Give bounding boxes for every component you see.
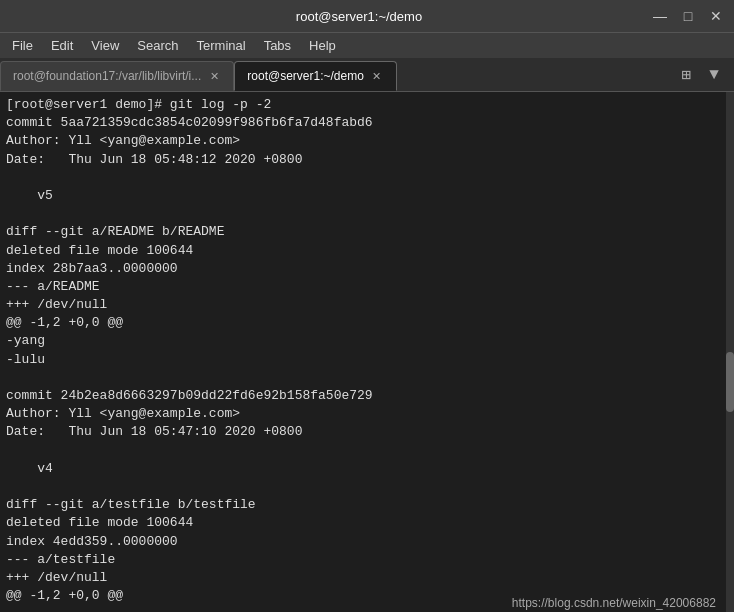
menu-terminal[interactable]: Terminal	[189, 36, 254, 55]
tab-actions: ⊞ ▼	[674, 63, 734, 87]
menu-help[interactable]: Help	[301, 36, 344, 55]
menu-view[interactable]: View	[83, 36, 127, 55]
tab-0-close[interactable]: ✕	[207, 69, 221, 83]
tab-1-label: root@server1:~/demo	[247, 69, 364, 83]
maximize-button[interactable]: □	[678, 6, 698, 26]
terminal-content: [root@server1 demo]# git log -p -2 commi…	[6, 96, 728, 605]
tab-1-close[interactable]: ✕	[370, 69, 384, 83]
menu-file[interactable]: File	[4, 36, 41, 55]
titlebar-controls: — □ ✕	[650, 6, 726, 26]
menu-edit[interactable]: Edit	[43, 36, 81, 55]
minimize-button[interactable]: —	[650, 6, 670, 26]
menubar: File Edit View Search Terminal Tabs Help	[0, 32, 734, 58]
menu-tabs[interactable]: Tabs	[256, 36, 299, 55]
scrollbar[interactable]	[726, 92, 734, 612]
titlebar: root@server1:~/demo — □ ✕	[0, 0, 734, 32]
titlebar-title: root@server1:~/demo	[68, 9, 650, 24]
tab-0[interactable]: root@foundation17:/var/lib/libvirt/i... …	[0, 61, 234, 91]
menu-search[interactable]: Search	[129, 36, 186, 55]
tab-menu-icon[interactable]: ▼	[702, 63, 726, 87]
statusbar: https://blog.csdn.net/weixin_42006882	[508, 594, 720, 612]
scrollbar-thumb[interactable]	[726, 352, 734, 412]
terminal[interactable]: [root@server1 demo]# git log -p -2 commi…	[0, 92, 734, 612]
tab-1[interactable]: root@server1:~/demo ✕	[234, 61, 397, 91]
close-button[interactable]: ✕	[706, 6, 726, 26]
tabbar: root@foundation17:/var/lib/libvirt/i... …	[0, 58, 734, 92]
tab-0-label: root@foundation17:/var/lib/libvirt/i...	[13, 69, 201, 83]
new-tab-icon[interactable]: ⊞	[674, 63, 698, 87]
